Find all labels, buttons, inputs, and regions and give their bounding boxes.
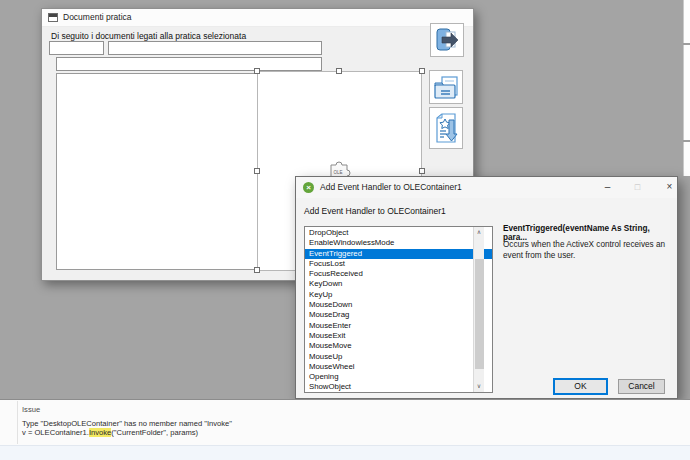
event-list-item[interactable]: MouseMove	[305, 341, 492, 351]
background-window-edge	[683, 0, 690, 176]
event-list-item[interactable]: KeyDown	[305, 279, 492, 289]
form-caption-label: Di seguito i documenti legati alla prati…	[51, 31, 246, 41]
event-list-item[interactable]: MouseUp	[305, 352, 492, 362]
edge-tick-mark	[683, 140, 690, 142]
maximize-button[interactable]: □	[630, 180, 645, 194]
scroll-down-icon[interactable]: ∨	[474, 381, 484, 392]
export-document-button[interactable]	[430, 23, 464, 57]
event-listbox[interactable]: DropObjectEnableWindowlessModeEventTrigg…	[304, 226, 493, 393]
event-list-item[interactable]: EnableWindowlessMode	[305, 238, 492, 248]
cancel-button[interactable]: Cancel	[618, 379, 665, 394]
event-list-item[interactable]: KeyUp	[305, 290, 492, 300]
download-signed-document-button[interactable]	[429, 107, 463, 149]
scroll-up-icon[interactable]: ∧	[474, 227, 484, 238]
edge-tick-mark	[683, 43, 690, 45]
event-list-item[interactable]: FocusReceived	[305, 269, 492, 279]
dialog-caption: Add Event Handler to OLEContainer1	[304, 206, 446, 216]
svg-text:OLE: OLE	[333, 170, 342, 175]
minimize-button[interactable]: –	[600, 180, 615, 194]
second-row-text-field[interactable]	[56, 57, 322, 71]
selection-handle[interactable]	[419, 68, 425, 74]
event-list-scrollbar[interactable]: ∧ ∨	[473, 227, 484, 392]
window-icon	[48, 13, 58, 22]
wide-text-field[interactable]	[108, 41, 322, 55]
event-list-item[interactable]: MouseEnter	[305, 321, 492, 331]
folder-icon	[433, 75, 460, 100]
dialog-titlebar[interactable]: × Add Event Handler to OLEContainer1 – □…	[296, 177, 677, 198]
selection-handle[interactable]	[254, 168, 260, 174]
add-event-handler-dialog: × Add Event Handler to OLEContainer1 – □…	[295, 176, 678, 399]
form-window-title: Documenti pratica	[63, 12, 132, 22]
event-list-item[interactable]: MouseWheel	[305, 362, 492, 372]
selection-handle[interactable]	[336, 68, 342, 74]
export-document-icon	[434, 27, 460, 53]
issue-header: Issue	[22, 405, 40, 414]
event-list-item[interactable]: FocusLost	[305, 259, 492, 269]
event-description: Occurs when the ActiveX control receives…	[503, 239, 671, 261]
xojo-green-icon: ×	[303, 182, 314, 193]
bottom-strip	[0, 445, 690, 460]
event-list-item[interactable]: DropObject	[305, 228, 492, 238]
issue-code-line: v = OLEContainer1.Invoke("CurrentFolder"…	[22, 428, 198, 437]
form-titlebar[interactable]: Documenti pratica	[42, 9, 473, 27]
code-suffix: ("CurrentFolder", params)	[111, 428, 198, 437]
documents-listbox[interactable]	[56, 73, 259, 270]
selection-handle[interactable]	[254, 68, 260, 74]
event-list-item[interactable]: MouseDown	[305, 300, 492, 310]
document-star-download-icon	[433, 112, 460, 145]
code-prefix: v = OLEContainer1.	[22, 428, 89, 437]
dialog-title: Add Event Handler to OLEContainer1	[320, 182, 462, 192]
event-list-item[interactable]: EventTriggered	[305, 249, 492, 259]
issue-error-text: Type "DesktopOLEContainer" has no member…	[22, 419, 232, 428]
small-text-field[interactable]	[49, 41, 104, 55]
event-list-item[interactable]: ShowObject	[305, 382, 492, 392]
selection-handle[interactable]	[254, 267, 260, 273]
selection-handle[interactable]	[419, 168, 425, 174]
issue-panel-divider	[17, 401, 18, 444]
open-folder-button[interactable]	[429, 70, 463, 104]
scrollbar-thumb[interactable]	[475, 259, 484, 369]
event-list-item[interactable]: MouseExit	[305, 331, 492, 341]
event-list-item[interactable]: Opening	[305, 372, 492, 382]
ok-button[interactable]: OK	[553, 378, 608, 395]
close-button[interactable]: ×	[662, 180, 677, 194]
code-highlighted-token: Invoke	[89, 428, 111, 437]
event-list-item[interactable]: MouseDrag	[305, 310, 492, 320]
